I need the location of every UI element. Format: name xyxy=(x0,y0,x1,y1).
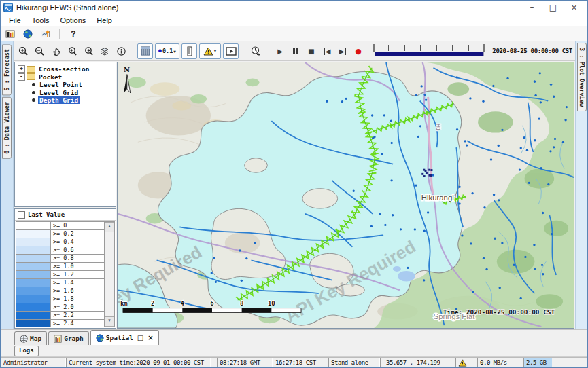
legend-row[interactable]: >= 2.2 xyxy=(16,312,104,320)
tree-view: +Cross-section-PocketLevel PointLevel Gr… xyxy=(14,62,116,207)
legend-row[interactable]: >= 1.2 xyxy=(16,271,104,279)
tab-map[interactable]: Map xyxy=(14,331,47,345)
menu-file[interactable]: File xyxy=(3,15,27,26)
svg-text:N: N xyxy=(124,66,130,73)
expand-icon[interactable]: + xyxy=(18,65,25,73)
toolbar-separator xyxy=(59,29,60,39)
legend-row-label: >= 0.4 xyxy=(51,238,74,246)
legend-row-label: >= 0.6 xyxy=(51,246,74,254)
help-button[interactable]: ? xyxy=(67,28,80,40)
legend-row-label: >= 1.0 xyxy=(51,263,74,270)
zoom-in-button[interactable] xyxy=(16,44,31,58)
menu-help[interactable]: Help xyxy=(91,15,118,26)
legend-row[interactable]: >= 2.0 xyxy=(16,303,104,312)
zoom-next-button[interactable] xyxy=(82,44,96,58)
grid-display-button[interactable] xyxy=(137,43,153,59)
scale-bar-button[interactable] xyxy=(181,43,197,59)
legend-row[interactable]: >= 2.4 xyxy=(16,320,104,327)
node-bullet-icon xyxy=(32,91,35,94)
scale-tick-label: 2 xyxy=(151,300,154,307)
tree-item-label: Depth Grid xyxy=(38,96,80,104)
legend-color-swatch xyxy=(16,320,51,327)
menu-tools[interactable]: Tools xyxy=(27,15,55,26)
zoom-in-icon xyxy=(18,46,29,56)
legend-row[interactable]: >= 1.0 xyxy=(16,263,104,271)
tab-map-label: Map xyxy=(30,335,41,342)
maximize-button[interactable]: □ xyxy=(542,1,564,14)
record-button[interactable]: ● xyxy=(351,44,365,58)
warning-icon xyxy=(203,47,213,56)
play-button[interactable]: ▶ xyxy=(273,44,287,58)
tab-spatial[interactable]: Spatial □ × xyxy=(90,330,159,345)
zoom-previous-button[interactable] xyxy=(65,44,80,58)
thresholds-dropdown[interactable]: ▼ xyxy=(199,43,221,59)
slider-range-bar[interactable] xyxy=(375,52,484,56)
layers-button[interactable] xyxy=(98,44,112,58)
scroll-up-icon[interactable]: ▲ xyxy=(105,222,114,232)
stop-button[interactable]: ■ xyxy=(305,44,318,58)
chevron-down-icon: ▼ xyxy=(173,49,176,54)
skip-to-start-button[interactable]: ◀ xyxy=(320,44,334,58)
timeseries-display-button[interactable] xyxy=(39,28,52,40)
slider-tick xyxy=(420,45,421,51)
tab-graph[interactable]: Graph xyxy=(48,331,89,345)
tree-item-pocket[interactable]: -Pocket xyxy=(16,73,115,81)
slider-tick xyxy=(452,45,453,51)
time-slider[interactable] xyxy=(373,44,486,58)
warning-icon xyxy=(458,359,467,367)
tab-close-icon[interactable]: × xyxy=(148,334,153,342)
logs-button[interactable]: Logs xyxy=(14,346,39,356)
legend-row[interactable]: >= 1.4 xyxy=(16,279,104,287)
legend-row[interactable]: >= 0.8 xyxy=(16,255,104,263)
legend-color-swatch xyxy=(16,295,51,303)
tree-item-label: Cross-section xyxy=(37,65,90,73)
legend-scrollbar[interactable]: ▲ ▼ xyxy=(104,222,114,327)
legend-row[interactable]: >= 1.6 xyxy=(16,287,104,295)
legend-row[interactable]: >= 0.6 xyxy=(16,246,104,255)
minimize-button[interactable]: – xyxy=(521,1,542,14)
info-button[interactable] xyxy=(114,44,128,58)
slider-right-cap[interactable] xyxy=(483,44,485,52)
road-label: H1 xyxy=(434,124,441,131)
last-value-label: Last Value xyxy=(28,211,65,218)
legend-row-label: >= 1.2 xyxy=(51,271,74,278)
tree-item-level-grid[interactable]: Level Grid xyxy=(16,89,115,97)
tab-data-viewer[interactable]: 6 : Data Viewer xyxy=(2,97,12,159)
tab-maximize-icon[interactable]: □ xyxy=(137,334,143,342)
tree-item-level-point[interactable]: Level Point xyxy=(16,81,115,89)
collapse-icon[interactable]: - xyxy=(18,73,25,81)
app-window: Hikurangi FEWS (Stand alone) – □ × FileT… xyxy=(0,0,588,368)
tree-item-cross-section[interactable]: +Cross-section xyxy=(16,65,115,73)
legend-row[interactable]: >= 0.4 xyxy=(16,238,104,246)
legend-row[interactable]: >= 1.8 xyxy=(16,295,104,303)
logs-row: Logs xyxy=(1,345,587,357)
tab-plot-overview[interactable]: 3 : Plot Overview xyxy=(577,43,587,111)
node-bullet-icon xyxy=(32,83,35,86)
time-navigator-button[interactable] xyxy=(248,44,262,58)
scroll-down-icon[interactable]: ▼ xyxy=(105,316,114,327)
zoom-out-button[interactable] xyxy=(33,44,47,58)
menu-options[interactable]: Options xyxy=(54,15,91,26)
legend-row[interactable]: >= 0.2 xyxy=(16,230,104,238)
slider-tick xyxy=(404,45,405,51)
legend-row-label: >= 2.0 xyxy=(51,303,74,311)
bar-chart-icon xyxy=(54,335,62,343)
pan-button[interactable] xyxy=(49,44,63,58)
pause-button[interactable] xyxy=(289,44,302,58)
tree-item-depth-grid[interactable]: Depth Grid xyxy=(16,96,115,105)
tab-forecast[interactable]: 5 : Forecast xyxy=(2,44,12,95)
data-explorer-button[interactable] xyxy=(3,28,17,40)
classification-dropdown[interactable]: ● 0.1 ▼ xyxy=(155,43,179,59)
map-display-button[interactable] xyxy=(21,28,35,40)
info-icon xyxy=(116,46,126,56)
map-canvas[interactable]: API Key Required API Key Required N km 2… xyxy=(118,62,574,328)
globe-icon xyxy=(20,335,28,343)
animation-panel-button[interactable] xyxy=(223,43,239,59)
status-warning[interactable] xyxy=(455,358,477,367)
last-value-checkbox[interactable] xyxy=(18,211,25,219)
close-button[interactable]: × xyxy=(564,1,585,14)
status-gmt-time: 08:27:18 GMT xyxy=(217,358,273,367)
skip-to-end-button[interactable]: ▶ xyxy=(336,44,349,58)
legend-row[interactable]: >= 0 xyxy=(16,222,104,230)
map-view[interactable]: API Key Required API Key Required N km 2… xyxy=(117,62,574,329)
